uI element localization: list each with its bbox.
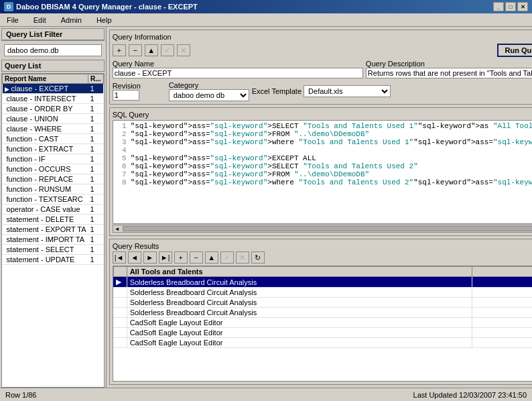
list-item[interactable]: function - RUNSUM1 (3, 184, 104, 194)
list-item[interactable]: function - CAST1 (3, 134, 104, 144)
list-item[interactable]: statement - IMPORT TA1 (3, 235, 104, 245)
query-info-box: Query Information + − ▲ ✓ ✕ Run Query Ex… (109, 30, 532, 105)
query-name-label: Query Name (113, 60, 363, 68)
table-row[interactable]: Solderless Breadboard Circuit Analysis (113, 298, 532, 308)
qi-query-desc: Query Description (366, 60, 532, 78)
status-bar: Row 1/86 Last Updated 12/03/2007 23:41:5… (0, 388, 532, 401)
list-item[interactable]: statement - DELETE1 (3, 215, 104, 225)
nav-next-button[interactable]: ► (143, 251, 157, 264)
list-item[interactable]: function - OCCURS1 (3, 164, 104, 174)
list-item[interactable]: clause - INTERSECT1 (3, 94, 104, 104)
menu-help[interactable]: Help (92, 15, 116, 25)
table-row[interactable]: ▶Solderless Breadboard Circuit Analysis (113, 277, 532, 288)
hscroll-thumb (123, 226, 532, 231)
menu-bar: File Edit Admin Help (0, 13, 532, 27)
category-label: Category (169, 81, 199, 89)
table-row[interactable]: CadSoft Eagle Layout Editor (113, 328, 532, 338)
results-col-1 (113, 267, 127, 277)
right-panel: Query Information + − ▲ ✓ ✕ Run Query Ex… (107, 27, 532, 388)
query-name-input[interactable] (113, 68, 363, 78)
maximize-button[interactable]: □ (505, 2, 516, 11)
results-toolbar: |◄ ◄ ► ►| + − ▲ ✓ ✕ ↻ (113, 251, 532, 264)
close-button[interactable]: ✕ (517, 2, 528, 11)
list-item[interactable]: statement - UPDATE1 (3, 255, 104, 265)
results-col-name: All Tools and Talents (127, 267, 472, 277)
sql-hscrollbar[interactable]: ◄ ► (113, 225, 532, 233)
col-rev: R... (88, 74, 104, 84)
query-list-section: Query List Report Name R... ▶ clause - E… (0, 58, 106, 388)
filter-header: Query List Filter (1, 28, 105, 41)
status-left: Row 1/86 (5, 391, 139, 399)
results-remove-button[interactable]: − (190, 251, 203, 264)
results-table: All Tools and Talents ▶Solderless Breadb… (113, 266, 532, 348)
add-button[interactable]: + (113, 44, 126, 56)
qi-toolbar-right: Run Query Export To Excel (497, 44, 532, 57)
qi-fields: Query Name Query Description (113, 60, 532, 78)
list-item[interactable]: operator - CASE value1 (3, 205, 104, 215)
results-up-button[interactable]: ▲ (205, 251, 218, 264)
list-item[interactable]: function - EXTRACT1 (3, 144, 104, 154)
category-select[interactable]: daboo demo db (169, 89, 249, 101)
up-button[interactable]: ▲ (145, 44, 158, 56)
confirm-button[interactable]: ✓ (161, 44, 174, 56)
nav-prev-button[interactable]: ◄ (128, 251, 141, 264)
list-item[interactable]: clause - WHERE1 (3, 124, 104, 134)
results-col-2 (472, 267, 532, 277)
results-box: Query Results |◄ ◄ ► ►| + − ▲ ✓ ✕ ↻ (109, 239, 532, 385)
minimize-button[interactable]: _ (493, 2, 504, 11)
excel-template-select[interactable]: Default.xls (304, 85, 391, 97)
qi-query-name: Query Name (113, 60, 363, 78)
qi-toolbar: + − ▲ ✓ ✕ Run Query Export To Excel (113, 44, 532, 57)
list-item[interactable]: function - TEXTSEARC1 (3, 194, 104, 205)
results-refresh-button[interactable]: ↻ (251, 251, 265, 264)
query-info-label: Query Information (113, 33, 532, 41)
revision-label: Revision (113, 82, 141, 90)
qi-revision: Revision (113, 82, 166, 101)
filter-item[interactable]: daboo demo.db (4, 44, 102, 56)
table-row[interactable]: Solderless Breadboard Circuit Analysis (113, 288, 532, 298)
list-container[interactable]: Report Name R... ▶ clause - EXCEPT1 clau… (1, 73, 105, 388)
table-row[interactable]: CadSoft Eagle Layout Editor (113, 318, 532, 328)
status-right: Last Updated 12/03/2007 23:41:50 (393, 391, 527, 399)
remove-button[interactable]: − (129, 44, 142, 56)
menu-admin[interactable]: Admin (57, 15, 86, 25)
menu-edit[interactable]: Edit (29, 15, 50, 25)
qi-toolbar-left: + − ▲ ✓ ✕ (113, 44, 190, 56)
table-row[interactable]: CadSoft Eagle Layout Editor (113, 338, 532, 348)
qi-row: Revision Category daboo demo db Excel Te… (113, 81, 532, 101)
nav-last-button[interactable]: ►| (159, 251, 172, 264)
results-table-container[interactable]: All Tools and Talents ▶Solderless Breadb… (113, 266, 532, 382)
query-list-table: Report Name R... ▶ clause - EXCEPT1 clau… (2, 74, 104, 265)
sql-editor[interactable]: 1"sql-keyword">ass="sql-keyword">SELECT … (113, 120, 532, 224)
query-list-header: Query List (1, 60, 105, 72)
run-query-button[interactable]: Run Query (497, 44, 532, 57)
menu-file[interactable]: File (3, 15, 23, 25)
list-item[interactable]: clause - ORDER BY1 (3, 104, 104, 114)
results-confirm-button[interactable]: ✓ (220, 251, 234, 264)
title-bar: D Daboo DBISAM 4 Query Manager - clause … (0, 0, 532, 13)
nav-first-button[interactable]: |◄ (113, 251, 126, 264)
hscroll-left-icon[interactable]: ◄ (113, 226, 121, 232)
results-label: Query Results (113, 242, 532, 250)
revision-input[interactable] (113, 90, 139, 101)
list-item[interactable]: statement - SELECT1 (3, 245, 104, 255)
results-cancel-button[interactable]: ✕ (236, 251, 249, 264)
col-report-name: Report Name (3, 74, 88, 84)
list-item[interactable]: function - IF1 (3, 154, 104, 164)
qi-excel: Excel Template Default.xls (252, 85, 532, 97)
list-item[interactable]: statement - EXPORT TA1 (3, 225, 104, 235)
query-desc-input[interactable] (366, 68, 532, 78)
main-area: Query List Filter daboo demo.db Query Li… (0, 27, 532, 388)
table-row[interactable]: Solderless Breadboard Circuit Analysis (113, 308, 532, 318)
list-item[interactable]: ▶ clause - EXCEPT1 (3, 84, 104, 94)
query-list-label: Query List (5, 62, 41, 70)
excel-template-label: Excel Template (252, 87, 302, 95)
sql-label: SQL Query (113, 111, 532, 119)
cancel-button[interactable]: ✕ (177, 44, 190, 56)
sql-box: SQL Query 1"sql-keyword">ass="sql-keywor… (109, 107, 532, 236)
list-item[interactable]: clause - UNION1 (3, 114, 104, 124)
qi-category: Category daboo demo db (169, 81, 249, 101)
list-item[interactable]: function - REPLACE1 (3, 174, 104, 184)
results-add-button[interactable]: + (174, 251, 188, 264)
query-desc-label: Query Description (366, 60, 532, 68)
